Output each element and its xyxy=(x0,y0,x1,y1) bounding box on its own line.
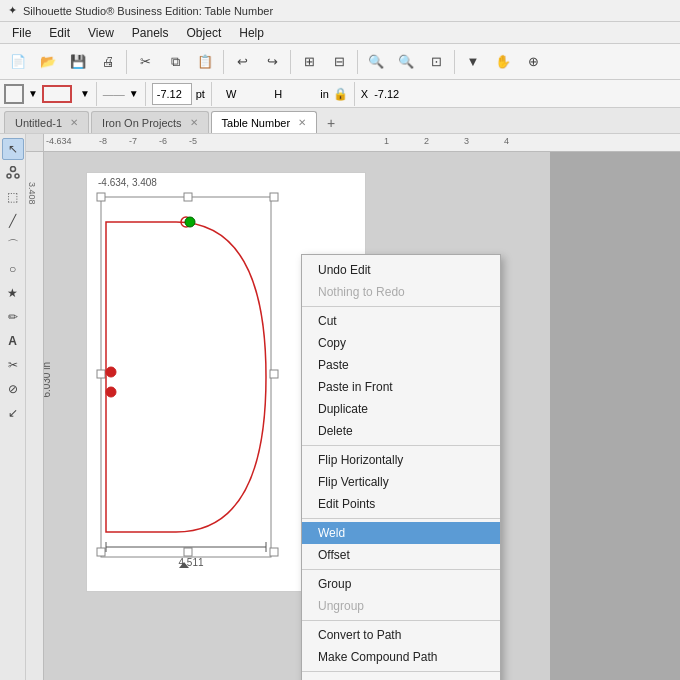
ctx-copy[interactable]: Copy xyxy=(302,332,500,354)
toolbar-paste[interactable]: 📋 xyxy=(191,48,219,76)
prop-arrow3: ▼ xyxy=(129,88,139,99)
ctx-flip-v[interactable]: Flip Vertically xyxy=(302,471,500,493)
ctx-undo-edit[interactable]: Undo Edit xyxy=(302,259,500,281)
ctx-offset[interactable]: Offset xyxy=(302,544,500,566)
svg-rect-3 xyxy=(101,197,271,557)
sep-prop1 xyxy=(96,82,97,106)
tab-table-number[interactable]: Table Number ✕ xyxy=(211,111,317,133)
menu-help[interactable]: Help xyxy=(231,24,272,42)
ctx-edit-points[interactable]: Edit Points xyxy=(302,493,500,515)
title-bar: ✦ Silhouette Studio® Business Edition: T… xyxy=(0,0,680,22)
prop-arrow2: ▼ xyxy=(80,88,90,99)
shape-select[interactable] xyxy=(4,84,24,104)
menu-view[interactable]: View xyxy=(80,24,122,42)
lock-icon: 🔒 xyxy=(333,87,348,101)
svg-point-2 xyxy=(15,174,19,178)
right-gray-area xyxy=(550,152,680,680)
tab-iron-close[interactable]: ✕ xyxy=(190,117,198,128)
ctx-send-back[interactable]: Send to Back xyxy=(302,675,500,680)
left-toolbar: ↖ ⬚ ╱ ⌒ ○ ★ ✏ A ✂ ⊘ ↙ xyxy=(0,134,26,680)
svg-point-15 xyxy=(106,367,116,377)
ctx-delete[interactable]: Delete xyxy=(302,420,500,442)
toolbar-save[interactable]: 💾 xyxy=(64,48,92,76)
toolbar-ungroup[interactable]: ⊟ xyxy=(325,48,353,76)
tab-table-close[interactable]: ✕ xyxy=(298,117,306,128)
eraser-tool[interactable]: ✂ xyxy=(2,354,24,376)
pointer-tool[interactable]: ↙ xyxy=(2,402,24,424)
sep-prop4 xyxy=(354,82,355,106)
toolbar-cut[interactable]: ✂ xyxy=(131,48,159,76)
text-tool[interactable]: A xyxy=(2,330,24,352)
ctx-redo: Nothing to Redo xyxy=(302,281,500,303)
ellipse-tool[interactable]: ○ xyxy=(2,258,24,280)
svg-rect-11 xyxy=(270,548,278,556)
tab-iron-on[interactable]: Iron On Projects ✕ xyxy=(91,111,208,133)
pt-label: pt xyxy=(196,88,205,100)
ctx-convert-path[interactable]: Convert to Path xyxy=(302,624,500,646)
ctx-sep-5 xyxy=(302,620,500,621)
menu-edit[interactable]: Edit xyxy=(41,24,78,42)
sep3 xyxy=(290,50,291,74)
ruler-mark-5: -5 xyxy=(189,136,197,146)
toolbar-new[interactable]: 📄 xyxy=(4,48,32,76)
tab-untitled-label: Untitled-1 xyxy=(15,117,62,129)
menu-file[interactable]: File xyxy=(4,24,39,42)
ctx-sep-4 xyxy=(302,569,500,570)
sep5 xyxy=(454,50,455,74)
sep4 xyxy=(357,50,358,74)
tab-untitled-close[interactable]: ✕ xyxy=(70,117,78,128)
toolbar-send[interactable]: ▼ xyxy=(459,48,487,76)
svg-point-16 xyxy=(106,387,116,397)
ctx-cut[interactable]: Cut xyxy=(302,310,500,332)
tab-table-label: Table Number xyxy=(222,117,290,129)
ctx-weld[interactable]: Weld xyxy=(302,522,500,544)
toolbar-zoom-out[interactable]: 🔍 xyxy=(362,48,390,76)
star-tool[interactable]: ★ xyxy=(2,282,24,304)
pen-tool[interactable]: ✏ xyxy=(2,306,24,328)
dimension-width: 4.511 xyxy=(178,557,203,568)
ctx-paste-front[interactable]: Paste in Front xyxy=(302,376,500,398)
ctx-compound-path[interactable]: Make Compound Path xyxy=(302,646,500,668)
sep2 xyxy=(223,50,224,74)
line-tool[interactable]: ╱ xyxy=(2,210,24,232)
ctx-sep-6 xyxy=(302,671,500,672)
main-area: ↖ ⬚ ╱ ⌒ ○ ★ ✏ A ✂ ⊘ ↙ -4.634 -8 -7 -6 -5… xyxy=(0,134,680,680)
toolbar-copy[interactable]: ⧉ xyxy=(161,48,189,76)
toolbar-undo[interactable]: ↩ xyxy=(228,48,256,76)
curve-tool[interactable]: ⌒ xyxy=(2,234,24,256)
svg-point-1 xyxy=(7,174,11,178)
toolbar-print[interactable]: 🖨 xyxy=(94,48,122,76)
toolbar-open[interactable]: 📂 xyxy=(34,48,62,76)
stroke-color[interactable] xyxy=(42,85,72,103)
shape-container: 6.030 in 4.511 -4.634, 3.408 xyxy=(96,192,296,575)
thickness-value[interactable] xyxy=(152,83,192,105)
ctx-group[interactable]: Group xyxy=(302,573,500,595)
coord-display: -4.634, 3.408 xyxy=(98,177,157,188)
sep-prop3 xyxy=(211,82,212,106)
tab-untitled[interactable]: Untitled-1 ✕ xyxy=(4,111,89,133)
ctx-flip-h[interactable]: Flip Horizontally xyxy=(302,449,500,471)
rect-tool[interactable]: ⬚ xyxy=(2,186,24,208)
select-tool[interactable]: ↖ xyxy=(2,138,24,160)
canvas-area[interactable]: -4.634 -8 -7 -6 -5 1 2 3 4 3.408 xyxy=(26,134,680,680)
thickness-label: —— xyxy=(103,88,125,100)
ruler-top: -4.634 -8 -7 -6 -5 1 2 3 4 xyxy=(26,134,680,152)
add-tab-button[interactable]: + xyxy=(321,113,341,133)
menu-panels[interactable]: Panels xyxy=(124,24,177,42)
ctx-paste[interactable]: Paste xyxy=(302,354,500,376)
toolbar-redo[interactable]: ↪ xyxy=(258,48,286,76)
ruler-mark-4: -6 xyxy=(159,136,167,146)
sep1 xyxy=(126,50,127,74)
toolbar-group[interactable]: ⊞ xyxy=(295,48,323,76)
toolbar-zoom-in[interactable]: 🔍 xyxy=(392,48,420,76)
ctx-sep-3 xyxy=(302,518,500,519)
toolbar-pan[interactable]: ✋ xyxy=(489,48,517,76)
menu-object[interactable]: Object xyxy=(179,24,230,42)
svg-point-0 xyxy=(10,167,15,172)
ruler-mark-3: -7 xyxy=(129,136,137,146)
ctx-duplicate[interactable]: Duplicate xyxy=(302,398,500,420)
slice-tool[interactable]: ⊘ xyxy=(2,378,24,400)
node-edit-tool[interactable] xyxy=(2,162,24,184)
toolbar-add[interactable]: ⊕ xyxy=(519,48,547,76)
toolbar-zoom-fit[interactable]: ⊡ xyxy=(422,48,450,76)
